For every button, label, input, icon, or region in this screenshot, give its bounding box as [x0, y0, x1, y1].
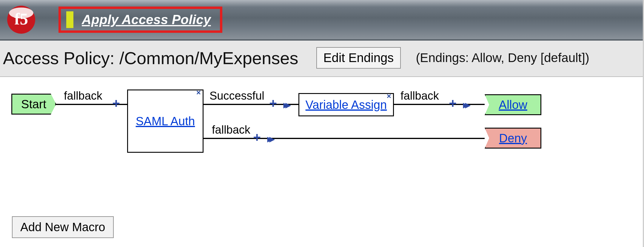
edge-label-saml-successful: Successful: [208, 89, 266, 102]
title-bar: Access Policy: /Common/MyExpenses Edit E…: [0, 41, 644, 77]
add-node-plus[interactable]: +: [112, 98, 120, 111]
edge-label-start-fallback: fallback: [63, 89, 104, 102]
allow-link[interactable]: Allow: [499, 98, 527, 112]
policy-diagram: Start fallback + × SAML Auth Successful …: [0, 77, 644, 217]
start-node: Start: [11, 94, 56, 115]
variable-assign-link[interactable]: Variable Assign: [306, 98, 387, 112]
edit-endings-button[interactable]: Edit Endings: [316, 47, 401, 69]
edge-line: [204, 138, 485, 139]
add-node-plus[interactable]: +: [253, 132, 261, 145]
apply-access-policy-highlight: Apply Access Policy: [58, 7, 222, 33]
edge-line: [394, 104, 485, 105]
add-node-plus[interactable]: +: [269, 98, 277, 111]
endings-summary: (Endings: Allow, Deny [default]): [416, 51, 589, 65]
saml-auth-link[interactable]: SAML Auth: [136, 115, 195, 128]
saml-auth-node[interactable]: × SAML Auth: [127, 89, 204, 153]
flow-arrow-icon: ▸▸: [463, 100, 467, 110]
close-icon[interactable]: ×: [386, 92, 391, 101]
edge-label-var-fallback: fallback: [399, 89, 440, 102]
f5-logo: f5: [5, 3, 38, 36]
flow-arrow-icon: ▸▸: [284, 100, 288, 110]
add-node-plus[interactable]: +: [449, 98, 457, 111]
apply-flag-icon: [66, 11, 73, 28]
edge-label-saml-fallback: fallback: [211, 124, 252, 136]
svg-text:f5: f5: [14, 10, 28, 28]
f5-logo-icon: f5: [6, 4, 36, 35]
deny-ending[interactable]: Deny: [485, 128, 541, 149]
scrollbar-edge: [643, 0, 644, 247]
deny-link[interactable]: Deny: [499, 132, 527, 145]
close-icon[interactable]: ×: [196, 89, 201, 98]
apply-access-policy-link[interactable]: Apply Access Policy: [82, 12, 211, 27]
add-new-macro-button[interactable]: Add New Macro: [12, 216, 114, 238]
variable-assign-node[interactable]: × Variable Assign: [298, 93, 394, 116]
flow-arrow-icon: ▸▸: [267, 134, 272, 144]
page-title: Access Policy: /Common/MyExpenses: [3, 48, 298, 68]
allow-ending[interactable]: Allow: [485, 94, 541, 115]
start-label: Start: [21, 98, 46, 111]
header-bar: f5 Apply Access Policy: [0, 0, 644, 41]
